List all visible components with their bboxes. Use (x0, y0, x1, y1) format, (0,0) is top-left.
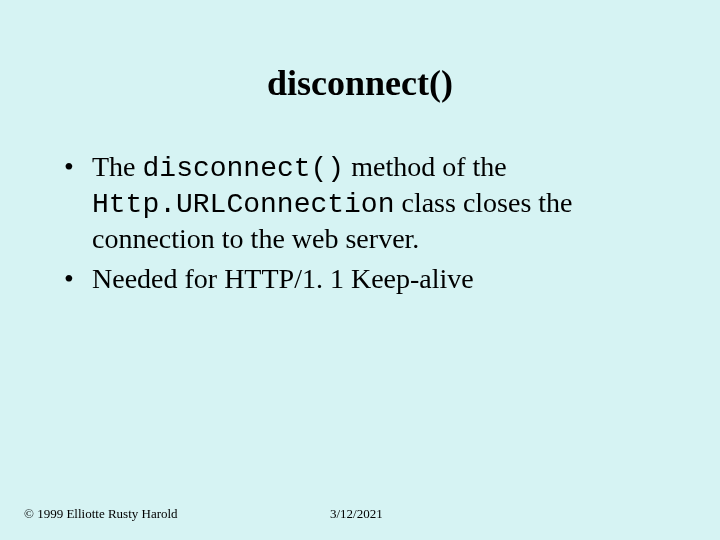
slide-content: The disconnect() method of the Http.URLC… (0, 150, 720, 297)
bullet-text: The (92, 151, 143, 182)
copyright-text: © 1999 Elliotte Rusty Harold (24, 506, 178, 522)
code-span: disconnect() (143, 153, 345, 184)
date-text: 3/12/2021 (330, 506, 383, 522)
list-item: Needed for HTTP/1. 1 Keep-alive (58, 262, 680, 296)
slide-title: disconnect() (0, 0, 720, 104)
bullet-text: method of the (344, 151, 507, 182)
list-item: The disconnect() method of the Http.URLC… (58, 150, 680, 256)
code-span: Http.URLConnection (92, 189, 394, 220)
slide: disconnect() The disconnect() method of … (0, 0, 720, 540)
bullet-list: The disconnect() method of the Http.URLC… (58, 150, 680, 297)
bullet-text: Needed for HTTP/1. 1 Keep-alive (92, 263, 474, 294)
